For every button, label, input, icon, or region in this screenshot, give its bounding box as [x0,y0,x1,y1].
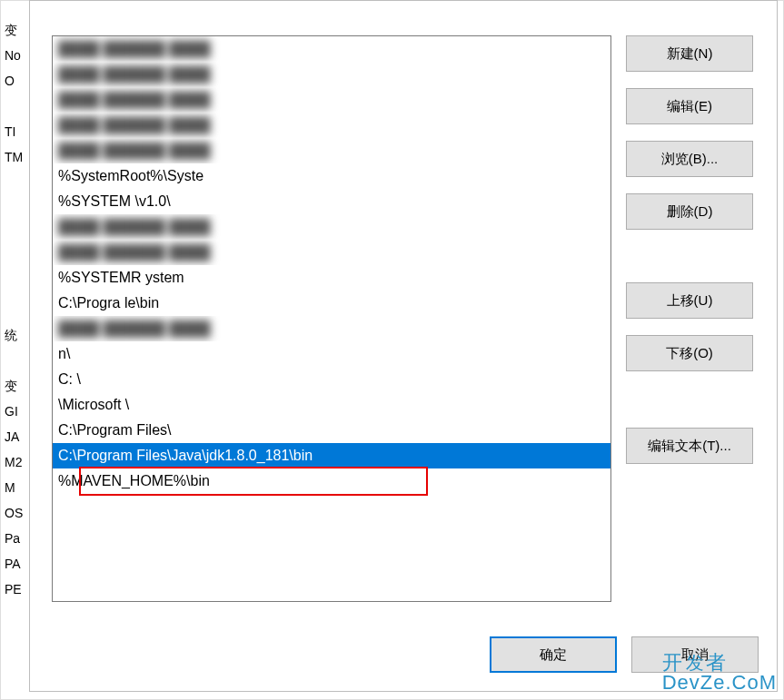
side-button-column: 新建(N) 编辑(E) 浏览(B)... 删除(D) 上移(U) 下移(O) 编… [626,35,759,622]
delete-button[interactable]: 删除(D) [626,193,753,230]
dialog-body: ████ ██████ ████████ ██████ ████████ ███… [30,1,777,622]
list-item[interactable]: C: \ [53,367,610,392]
list-item[interactable]: \Microsoft \ [53,392,610,418]
move-up-button[interactable]: 上移(U) [626,282,753,319]
path-listbox[interactable]: ████ ██████ ████████ ██████ ████████ ███… [52,35,611,602]
highlight-annotation [79,467,428,496]
list-item[interactable]: C:\Program Files\ [53,418,610,443]
list-item[interactable]: n\ [53,341,610,367]
list-item[interactable]: ████ ██████ ████ [53,138,610,163]
list-item[interactable]: %SystemRoot%\Syste [53,163,610,189]
edit-text-button[interactable]: 编辑文本(T)... [626,428,753,464]
list-item[interactable]: %SYSTEMR ystem [53,265,610,291]
new-button[interactable]: 新建(N) [626,35,753,72]
browse-button[interactable]: 浏览(B)... [626,141,753,177]
list-item[interactable]: ████ ██████ ████ [53,240,610,265]
list-item[interactable]: ████ ██████ ████ [53,316,610,341]
env-var-edit-dialog: ████ ██████ ████████ ██████ ████████ ███… [29,0,778,692]
edit-button[interactable]: 编辑(E) [626,88,753,124]
cancel-button[interactable]: 取消 [631,636,759,673]
list-item[interactable]: %SYSTEM \v1.0\ [53,189,610,214]
list-item-selected[interactable]: C:\Program Files\Java\jdk1.8.0_181\bin [53,443,610,468]
list-item[interactable]: ████ ██████ ████ [53,62,610,87]
list-item[interactable]: ████ ██████ ████ [53,214,610,240]
list-item[interactable]: C:\Progra le\bin [53,291,610,316]
ok-button[interactable]: 确定 [490,636,617,673]
list-item[interactable]: ████ ██████ ████ [53,87,610,113]
list-item[interactable]: ████ ██████ ████ [53,36,610,62]
move-down-button[interactable]: 下移(O) [626,335,753,371]
list-item[interactable]: ████ ██████ ████ [53,113,610,138]
dialog-footer: 确定 取消 [30,622,777,691]
